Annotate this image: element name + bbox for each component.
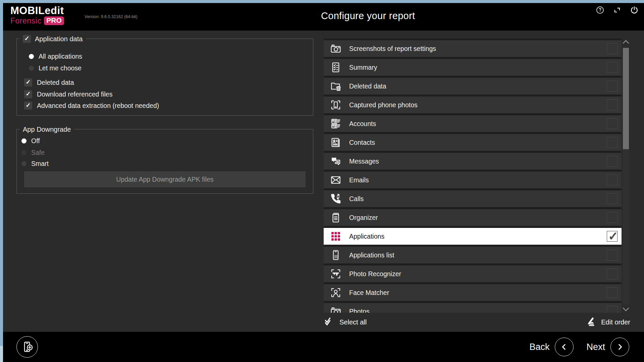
report-item-checkbox[interactable] [607,250,618,260]
report-item-label: Applications [349,233,384,240]
report-item-label: Deleted data [349,82,386,90]
radio-label: Let me choose [39,64,82,72]
report-item-applications-list[interactable]: Applications list [324,247,622,263]
edit-order-label: Edit order [601,318,630,326]
report-item-contacts[interactable]: Contacts [324,134,622,151]
radio-safe[interactable]: Safe [21,149,45,157]
update-apk-button[interactable]: Update App Downgrade APK files [24,171,306,187]
report-item-label: Summary [349,64,377,71]
radio-label: Safe [31,149,45,157]
report-item-label: Photos [349,308,370,313]
next-button[interactable]: Next [586,338,629,356]
report-item-checkbox[interactable] [607,268,618,279]
report-item-label: Organizer [349,214,378,222]
report-item-checkbox[interactable] [607,212,618,223]
radio-let-me-choose[interactable]: Let me choose [29,64,82,72]
app-footer: Back Next [3,332,644,362]
app-downgrade-label: App Downgrade [23,126,71,133]
report-item-checkbox[interactable] [607,43,618,54]
app-logo: MOBILedit Forensic PRO [10,5,64,25]
report-item-checkbox[interactable] [607,156,618,167]
checkbox-box: ✓ [24,102,32,110]
radio-smart[interactable]: Smart [21,160,49,168]
report-item-summary[interactable]: Summary [324,59,622,76]
report-item-label: Captured phone photos [349,101,418,109]
report-item-emails[interactable]: Emails [324,172,622,188]
edit-order-button[interactable]: Edit order [585,316,630,328]
report-item-checkbox[interactable] [607,137,618,148]
report-item-label: Calls [349,195,364,203]
radio-dot [29,54,34,59]
report-item-captured-phone-photos[interactable]: Captured phone photos [324,97,622,113]
report-item-checkbox[interactable] [607,100,618,110]
desktop-corner [0,346,3,362]
checkbox-label: Deleted data [37,79,74,86]
logo-title: MOBILedit [10,5,64,16]
report-item-photos[interactable]: Photos [324,303,622,313]
application-data-checkbox[interactable]: ✓ [23,35,31,43]
phone-call-icon [330,193,342,205]
report-item-deleted-data[interactable]: Deleted data [324,78,622,95]
list-footer: Select all Edit order [324,313,630,332]
checkbox-advanced-data-extraction[interactable]: ✓ Advanced data extraction (reboot neede… [24,102,159,110]
report-item-photo-recognizer[interactable]: Photo Recognizer [324,265,622,282]
connect-device-button[interactable] [16,336,38,358]
envelope-icon [330,174,342,186]
summary-doc-icon [330,61,342,73]
report-item-checkbox[interactable] [607,62,618,73]
scrollbar-thumb[interactable] [623,48,629,149]
scroll-up-icon[interactable] [622,39,630,45]
report-item-label: Emails [349,176,369,184]
report-item-checkbox[interactable]: ✓ [607,231,618,242]
notepad-icon [330,212,342,224]
radio-label: All applications [39,53,82,60]
restore-window-icon[interactable] [612,5,622,14]
face-capture-icon [330,287,342,299]
list-scrollbar [623,39,629,313]
report-item-screenshots-of-report-settings[interactable]: Screenshots of report settings [324,40,622,57]
report-item-applications[interactable]: Applications✓ [324,228,622,245]
report-item-face-matcher[interactable]: Face Matcher [324,284,622,301]
report-item-checkbox[interactable] [607,175,618,185]
report-item-checkbox[interactable] [607,306,618,313]
help-icon[interactable] [595,5,604,14]
select-all-icon [324,316,334,328]
report-item-calls[interactable]: Calls [324,190,622,207]
logo-subtitle: Forensic [10,17,41,25]
application-data-group: ✓ Application data All applications Let … [16,39,313,116]
report-item-label: Photo Recognizer [349,270,401,278]
contact-book-icon [330,136,342,148]
power-icon[interactable] [630,5,639,14]
phone-capture-icon [330,99,342,111]
radio-off[interactable]: Off [21,137,40,145]
report-item-label: Accounts [349,120,376,128]
select-all-label: Select all [339,318,367,326]
checkbox-deleted-data[interactable]: ✓ Deleted data [24,78,74,86]
report-sections-list: Screenshots of report settingsSummaryDel… [324,39,622,313]
scroll-down-icon[interactable] [622,306,630,313]
back-button[interactable]: Back [529,338,574,356]
application-data-label: Application data [35,35,83,43]
radio-dot [21,138,26,143]
report-item-checkbox[interactable] [607,193,618,204]
scrollbar-track[interactable] [623,47,629,304]
app-grid-icon [330,230,342,242]
report-item-checkbox[interactable] [607,118,618,129]
report-item-label: Face Matcher [349,289,389,297]
select-all-button[interactable]: Select all [324,316,367,328]
edit-order-icon [585,316,596,328]
radio-all-applications[interactable]: All applications [29,53,82,60]
report-item-checkbox[interactable] [607,287,618,298]
version-label: Version: 9.6.0.32162 (64-bit) [85,14,138,19]
checkbox-download-referenced-files[interactable]: ✓ Download referenced files [24,90,112,98]
account-cards-icon [330,118,342,130]
report-item-checkbox[interactable] [607,81,618,92]
desktop-background: MOBILedit Forensic PRO Version: 9.6.0.32… [0,0,644,362]
report-item-messages[interactable]: Messages [324,153,622,170]
report-item-organizer[interactable]: Organizer [324,209,622,226]
radio-label: Off [31,137,40,145]
radio-dot [21,161,26,166]
phone-add-icon [21,341,34,353]
checkbox-label: Download referenced files [37,90,112,98]
report-item-accounts[interactable]: Accounts [324,115,622,132]
